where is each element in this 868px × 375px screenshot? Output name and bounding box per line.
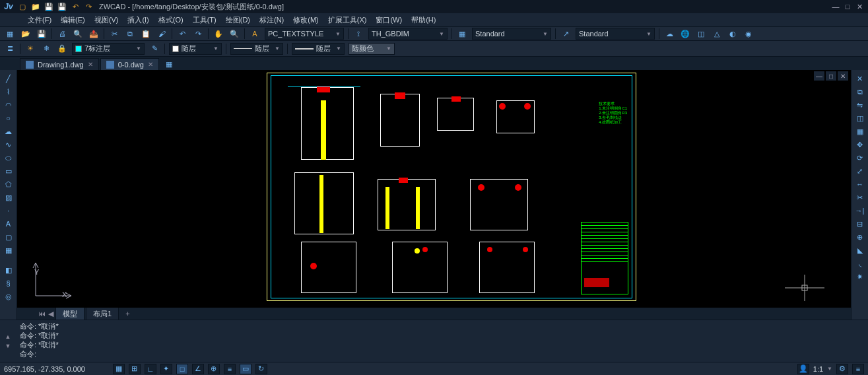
- dimstyle-icon[interactable]: ⟟: [352, 28, 364, 40]
- tablestyle-combo[interactable]: Standard ▼: [472, 28, 551, 40]
- ortho-toggle-icon[interactable]: ∟: [145, 364, 156, 374]
- move-tool-icon[interactable]: ✥: [853, 139, 867, 151]
- menu-dimension[interactable]: 标注(N): [255, 14, 288, 26]
- fillet-tool-icon[interactable]: ◟: [853, 257, 867, 269]
- render-icon[interactable]: ◉: [743, 28, 754, 40]
- join-tool-icon[interactable]: ⊕: [853, 231, 867, 243]
- textstyle-combo[interactable]: PC_TEXTSTYLE ▼: [265, 28, 344, 40]
- scale-readout[interactable]: 1:1: [813, 365, 823, 373]
- close-button[interactable]: ✕: [853, 1, 865, 12]
- menu-insert[interactable]: 插入(I): [123, 14, 152, 26]
- close-icon[interactable]: ✕: [88, 61, 93, 68]
- menu-tools[interactable]: 工具(T): [189, 14, 220, 26]
- undo2-icon[interactable]: ↶: [176, 28, 188, 40]
- paste-icon[interactable]: 📋: [140, 28, 152, 40]
- qat-save-icon[interactable]: 💾: [44, 1, 54, 12]
- layer-tool-icon[interactable]: ✎: [149, 43, 160, 55]
- layout-nav-first-icon[interactable]: ⏮: [37, 309, 46, 318]
- break-tool-icon[interactable]: ⊟: [853, 218, 867, 230]
- menu-modify[interactable]: 修改(M): [289, 14, 323, 26]
- rotate-tool-icon[interactable]: ⟳: [853, 152, 867, 164]
- layer-combo[interactable]: 7标注层 ▼: [72, 43, 145, 55]
- cmd-scroll-down-icon[interactable]: ▼: [3, 342, 13, 350]
- dyn-toggle-icon[interactable]: ⊕: [208, 364, 220, 374]
- hatch-tool-icon[interactable]: ▨: [2, 191, 15, 203]
- snap-toggle-icon[interactable]: ⊞: [129, 364, 141, 374]
- hide-icon[interactable]: △: [711, 28, 723, 40]
- annotation-scale-icon[interactable]: 👤: [797, 364, 809, 374]
- doc-tab-0-0[interactable]: 0-0.dwg ✕: [100, 58, 159, 70]
- publish-icon[interactable]: 📤: [88, 28, 100, 40]
- copy-tool-icon[interactable]: ⧉: [853, 86, 867, 98]
- lwt-toggle-icon[interactable]: ≡: [224, 364, 236, 374]
- chamfer-tool-icon[interactable]: ◣: [853, 244, 867, 256]
- lineweight-combo[interactable]: 随层 ▼: [292, 43, 345, 55]
- menu-extend[interactable]: 扩展工具(X): [324, 14, 371, 26]
- menu-window[interactable]: 窗口(W): [372, 14, 406, 26]
- layout-nav-prev-icon[interactable]: ◀: [46, 309, 55, 318]
- donut-tool-icon[interactable]: ◎: [2, 290, 15, 302]
- chevron-down-icon[interactable]: ▼: [827, 366, 832, 372]
- region-tool-icon[interactable]: ◧: [2, 264, 15, 276]
- cmd-scroll-up-icon[interactable]: ▲: [3, 333, 13, 341]
- close-icon[interactable]: ✕: [148, 61, 153, 68]
- otrack-toggle-icon[interactable]: ∠: [192, 364, 204, 374]
- offset-tool-icon[interactable]: ◫: [853, 112, 867, 124]
- qat-saveas-icon[interactable]: 💾: [57, 1, 67, 12]
- ellipse-tool-icon[interactable]: ⬭: [2, 152, 15, 164]
- block-tool-icon[interactable]: ▢: [2, 231, 15, 243]
- cycle-toggle-icon[interactable]: ↻: [255, 364, 267, 374]
- layer-state-icon[interactable]: ☀: [24, 43, 36, 55]
- globe-icon[interactable]: 🌐: [679, 28, 691, 40]
- workspace-icon[interactable]: ⚙: [836, 364, 848, 374]
- menu-help[interactable]: 帮助(H): [407, 14, 440, 26]
- table-tool-icon[interactable]: ▦: [2, 244, 15, 256]
- layout-add-button[interactable]: +: [120, 308, 135, 319]
- shade-icon[interactable]: ◐: [727, 28, 739, 40]
- grid-toggle-icon[interactable]: ▦: [113, 364, 125, 374]
- pan-icon[interactable]: ✋: [213, 28, 224, 40]
- trim-tool-icon[interactable]: ✂: [853, 191, 867, 203]
- menu-format[interactable]: 格式(O): [154, 14, 187, 26]
- layout-tab-layout1[interactable]: 布局1: [86, 307, 119, 321]
- line-tool-icon[interactable]: ╱: [2, 73, 15, 85]
- textstyle-icon[interactable]: A: [249, 28, 261, 40]
- mleader-combo[interactable]: Standard ▼: [576, 28, 655, 40]
- extend-tool-icon[interactable]: →|: [853, 205, 867, 217]
- customize-icon[interactable]: ≡: [852, 364, 864, 374]
- dimstyle-combo[interactable]: TH_GBDIM ▼: [368, 28, 448, 40]
- drawing-viewport[interactable]: — □ ✕: [17, 70, 851, 308]
- viewport-close-icon[interactable]: ✕: [838, 71, 848, 81]
- save-file-icon[interactable]: 💾: [36, 28, 48, 40]
- linetype-combo[interactable]: 随层 ▼: [230, 43, 283, 55]
- polyline-tool-icon[interactable]: ⌇: [2, 86, 15, 98]
- circle-tool-icon[interactable]: ○: [2, 112, 15, 124]
- qat-undo-icon[interactable]: ↶: [70, 1, 81, 12]
- copy-icon[interactable]: ⧉: [124, 28, 136, 40]
- layer-lock-icon[interactable]: 🔒: [56, 43, 68, 55]
- cmd-prompt[interactable]: 命令:: [20, 349, 864, 358]
- redo2-icon[interactable]: ↷: [192, 28, 204, 40]
- helix-tool-icon[interactable]: §: [2, 277, 15, 289]
- rect-tool-icon[interactable]: ▭: [2, 165, 15, 177]
- cloud-icon[interactable]: ☁: [663, 28, 675, 40]
- tablestyle-icon[interactable]: ▦: [456, 28, 468, 40]
- polygon-tool-icon[interactable]: ⬠: [2, 178, 15, 190]
- wireframe-icon[interactable]: ◫: [695, 28, 707, 40]
- qat-new-icon[interactable]: ▢: [17, 1, 28, 12]
- array-tool-icon[interactable]: ▦: [853, 125, 867, 137]
- cut-icon[interactable]: ✂: [108, 28, 120, 40]
- viewport-maximize-icon[interactable]: □: [826, 71, 836, 81]
- matchprop-icon[interactable]: 🖌: [156, 28, 168, 40]
- menu-view[interactable]: 视图(V): [90, 14, 123, 26]
- plotstyle-combo[interactable]: 随颜色 ▼: [349, 43, 395, 55]
- qat-open-icon[interactable]: 📁: [30, 1, 41, 12]
- zoom-icon[interactable]: 🔍: [228, 28, 240, 40]
- color-combo[interactable]: 随层 ▼: [169, 43, 222, 55]
- revcloud-tool-icon[interactable]: ☁: [2, 125, 15, 137]
- stretch-tool-icon[interactable]: ↔: [853, 178, 867, 190]
- menu-draw[interactable]: 绘图(D): [222, 14, 254, 26]
- arc-tool-icon[interactable]: ◠: [2, 99, 15, 111]
- erase-tool-icon[interactable]: ✕: [853, 73, 867, 85]
- command-window[interactable]: ▲ ▼ 命令: *取消* 命令: *取消* 命令: *取消* 命令:: [0, 320, 868, 362]
